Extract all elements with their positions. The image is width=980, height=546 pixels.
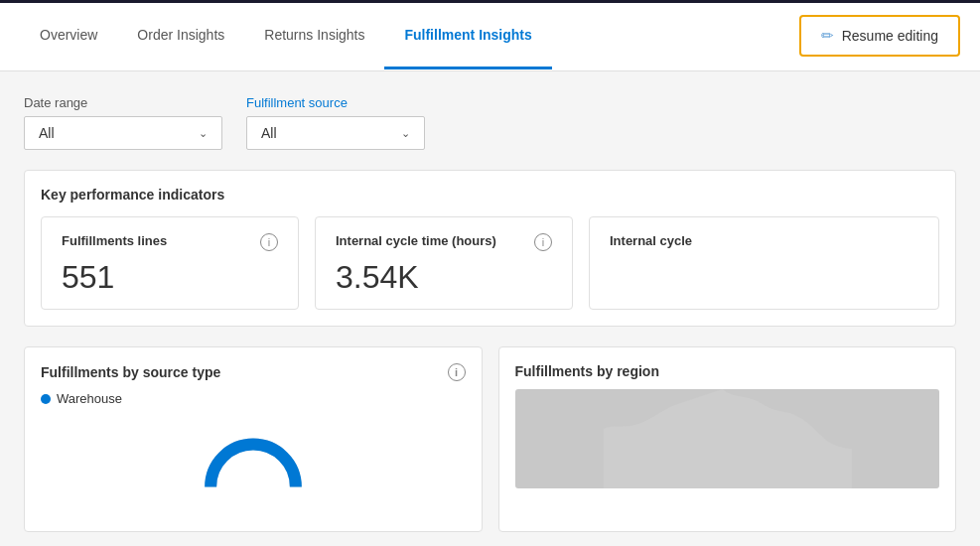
top-nav-bar: Overview Order Insights Returns Insights…: [0, 0, 980, 71]
chart-card-region: Fulfillments by region: [498, 346, 957, 532]
date-range-label: Date range: [24, 95, 222, 110]
map-svg: [515, 389, 940, 488]
kpi-card-header-1: Fulfillments lines i: [62, 233, 278, 251]
tab-order-insights[interactable]: Order Insights: [117, 3, 244, 69]
tab-returns-insights[interactable]: Returns Insights: [244, 3, 384, 69]
date-range-select[interactable]: All ⌄: [24, 116, 222, 150]
kpi-card-header-2: Internal cycle time (hours) i: [336, 233, 552, 251]
pencil-icon: ✏: [821, 27, 834, 45]
kpi-label-internal-cycle-time: Internal cycle time (hours): [336, 233, 496, 248]
map-area: [515, 389, 940, 488]
info-icon-source-type[interactable]: i: [448, 363, 466, 381]
kpi-card-fulfillment-lines: Fulfillments lines i 551: [41, 216, 299, 310]
main-content: Date range All ⌄ Fulfillment source All …: [0, 71, 980, 532]
chart-title-source-type: Fulfillments by source type i: [41, 363, 466, 381]
legend-label-warehouse: Warehouse: [57, 391, 122, 406]
kpi-label-fulfillment-lines: Fulfillments lines: [62, 233, 167, 248]
fulfillment-source-select[interactable]: All ⌄: [246, 116, 425, 150]
date-range-chevron-icon: ⌄: [199, 127, 208, 140]
filters-row: Date range All ⌄ Fulfillment source All …: [24, 95, 956, 150]
info-icon-fulfillment-lines[interactable]: i: [260, 233, 278, 251]
info-icon-internal-cycle-time[interactable]: i: [534, 233, 552, 251]
kpi-label-internal-cycle: Internal cycle: [610, 233, 692, 248]
kpi-card-header-3: Internal cycle: [610, 233, 918, 248]
kpi-value-internal-cycle-time: 3.54K: [336, 261, 552, 293]
kpi-cards-container: Fulfillments lines i 551 Internal cycle …: [41, 216, 939, 310]
charts-row: Fulfillments by source type i Warehouse …: [24, 346, 956, 532]
legend-dot-warehouse: [41, 394, 51, 404]
chart-title-region-label: Fulfillments by region: [515, 363, 659, 379]
chart-legend-source-type: Warehouse: [41, 391, 466, 406]
tab-fulfillment-insights[interactable]: Fulfillment Insights: [384, 3, 551, 69]
kpi-card-internal-cycle-partial: Internal cycle: [589, 216, 939, 310]
donut-chart-svg: [199, 436, 308, 495]
tab-overview[interactable]: Overview: [20, 3, 117, 69]
nav-tabs: Overview Order Insights Returns Insights…: [20, 3, 799, 68]
chart-card-source-type: Fulfillments by source type i Warehouse: [24, 346, 483, 532]
donut-chart-area: [41, 416, 466, 515]
kpi-section-title: Key performance indicators: [41, 187, 939, 203]
kpi-card-internal-cycle-time: Internal cycle time (hours) i 3.54K: [315, 216, 573, 310]
fulfillment-source-chevron-icon: ⌄: [401, 127, 410, 140]
fulfillment-source-filter-group: Fulfillment source All ⌄: [246, 95, 425, 150]
date-range-filter-group: Date range All ⌄: [24, 95, 222, 150]
kpi-section: Key performance indicators Fulfillments …: [24, 170, 956, 327]
fulfillment-source-label: Fulfillment source: [246, 95, 425, 110]
resume-editing-button[interactable]: ✏ Resume editing: [799, 15, 960, 57]
kpi-value-fulfillment-lines: 551: [62, 261, 278, 293]
chart-title-region: Fulfillments by region: [515, 363, 940, 379]
